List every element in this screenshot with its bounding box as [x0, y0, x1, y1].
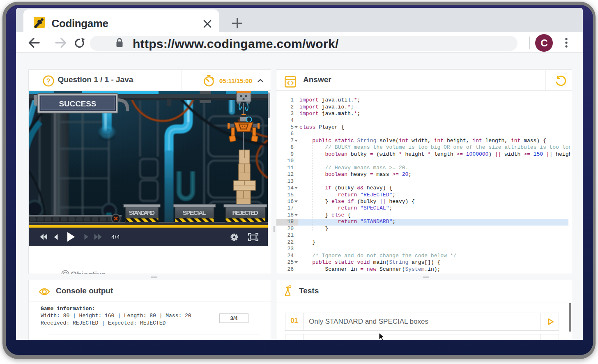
svg-text:?: ? — [46, 77, 51, 84]
svg-text:SUCCESS: SUCCESS — [59, 99, 97, 108]
svg-text:STANDARD: STANDARD — [129, 209, 155, 216]
svg-text:SPECIAL: SPECIAL — [182, 209, 206, 216]
svg-text:REJECTED: REJECTED — [232, 209, 258, 216]
